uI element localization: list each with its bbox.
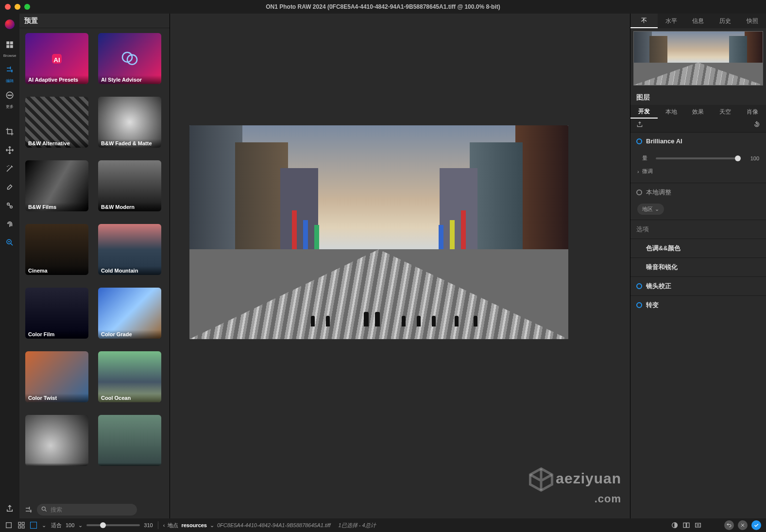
- edit-mode-button[interactable]: [3, 63, 17, 76]
- more-button[interactable]: [3, 88, 17, 102]
- fit-button[interactable]: 适合: [51, 522, 62, 529]
- crop-tool[interactable]: [3, 125, 17, 138]
- tab-nav[interactable]: 不: [630, 14, 658, 28]
- grid-view-icon[interactable]: [17, 521, 25, 529]
- preset-bw-modern[interactable]: B&W Modern: [98, 160, 161, 211]
- preset-color-grade[interactable]: Color Grade: [98, 288, 161, 339]
- preset-cinema[interactable]: Cinema: [25, 224, 88, 275]
- zoom-high: 310: [144, 522, 153, 528]
- fingerprint-tool[interactable]: [3, 217, 17, 231]
- tab-level[interactable]: 水平: [658, 14, 685, 28]
- svg-rect-22: [683, 523, 686, 527]
- svg-rect-17: [18, 522, 21, 525]
- toggle-ring-icon[interactable]: [636, 138, 642, 144]
- zoom-low: 100: [66, 522, 74, 528]
- svg-point-5: [8, 95, 9, 96]
- soft-proof-icon[interactable]: [694, 521, 702, 529]
- color-swatch[interactable]: [30, 522, 37, 529]
- chevron-down-icon[interactable]: ⌄: [210, 522, 214, 529]
- group-transform: 转变: [630, 295, 766, 314]
- preset-cold-mountain[interactable]: Cold Mountain: [98, 224, 161, 275]
- brilliance-header[interactable]: Brilliance AI: [630, 133, 766, 150]
- chevron-down-icon[interactable]: ⌄: [78, 522, 83, 529]
- preset-bw-alternative[interactable]: B&W Alternative: [25, 97, 88, 148]
- preset-ai-adaptive[interactable]: AIAI Adaptive Presets: [25, 33, 88, 84]
- canvas-area[interactable]: aeziyuan .com: [170, 14, 630, 518]
- path-folder[interactable]: resources: [181, 522, 207, 528]
- layers-title: 图层: [630, 88, 766, 105]
- browse-label: Browse: [3, 53, 17, 58]
- toggle-ring-icon[interactable]: [636, 302, 642, 308]
- search-tool[interactable]: [3, 236, 17, 249]
- preset-panel-header: 预置: [19, 14, 170, 28]
- preset-cool-ocean[interactable]: Cool Ocean: [98, 351, 161, 402]
- preset-item[interactable]: [25, 415, 88, 466]
- svg-rect-19: [18, 526, 21, 528]
- brush-tool[interactable]: [3, 180, 17, 194]
- preset-grid: AIAI Adaptive Presets AI Style Advisor B…: [19, 28, 170, 501]
- preset-color-twist[interactable]: Color Twist: [25, 351, 88, 402]
- clone-tool[interactable]: [3, 199, 17, 212]
- move-tool[interactable]: [3, 143, 17, 157]
- chevron-left-icon[interactable]: ‹: [163, 522, 165, 528]
- chevron-right-icon: ›: [637, 169, 639, 174]
- selection-count: 1已选择 - 4总计: [339, 522, 376, 529]
- apply-button[interactable]: [751, 520, 761, 530]
- svg-rect-16: [6, 523, 12, 528]
- tab-history[interactable]: 历史: [712, 14, 739, 28]
- svg-rect-3: [10, 45, 13, 48]
- reset-icon[interactable]: [753, 121, 760, 130]
- tab-portrait[interactable]: 肖像: [739, 105, 766, 119]
- single-view-icon[interactable]: [5, 521, 13, 529]
- preset-bw-films[interactable]: B&W Films: [25, 160, 88, 211]
- toggle-ring-icon[interactable]: [636, 283, 642, 289]
- brilliance-fine-tune[interactable]: › 微调: [637, 165, 759, 178]
- navigator-preview[interactable]: [630, 28, 766, 88]
- transform-header[interactable]: 转变: [630, 296, 766, 314]
- toggle-ring-icon[interactable]: [636, 189, 642, 195]
- brilliance-amount-slider[interactable]: 量 100: [637, 154, 759, 162]
- lens-header[interactable]: 镜头校正: [630, 277, 766, 295]
- edit-label: 编辑: [6, 78, 14, 84]
- zoom-control: 适合 100 ⌄ 310: [51, 522, 153, 529]
- tab-sky[interactable]: 天空: [712, 105, 739, 119]
- preset-item[interactable]: [98, 415, 161, 466]
- tone-color-header[interactable]: 色调&&颜色: [630, 239, 766, 257]
- breadcrumb: ‹ 地点 resources ⌄ 0FC8E5A4-4410-4842-94A1…: [163, 522, 376, 529]
- preset-search-input[interactable]: [37, 504, 137, 515]
- tab-effects[interactable]: 效果: [685, 105, 712, 119]
- share-button[interactable]: [3, 502, 17, 515]
- browse-mode-button[interactable]: [3, 38, 17, 51]
- region-chip[interactable]: 地区 ⌄: [637, 204, 664, 215]
- svg-rect-18: [22, 522, 24, 525]
- group-options: 选项: [630, 220, 766, 239]
- cancel-button[interactable]: [738, 520, 748, 530]
- wand-tool[interactable]: [3, 162, 17, 175]
- svg-rect-1: [10, 41, 13, 44]
- window-title: ON1 Photo RAW 2024 (0FC8E5A4-4410-4842-9…: [0, 3, 766, 10]
- app-logo: [3, 17, 17, 31]
- preset-panel: 预置 AIAI Adaptive Presets AI Style Adviso…: [19, 14, 170, 518]
- local-adjust-header[interactable]: 本地调整: [630, 183, 766, 202]
- tab-local[interactable]: 本地: [658, 105, 685, 119]
- zoom-slider[interactable]: [86, 524, 140, 526]
- tab-develop[interactable]: 开发: [630, 105, 658, 119]
- svg-point-6: [9, 95, 10, 96]
- preset-ai-style[interactable]: AI Style Advisor: [98, 33, 161, 84]
- options-header[interactable]: 选项: [630, 220, 766, 239]
- preview-toggle-icon[interactable]: [671, 521, 679, 529]
- slider-icon[interactable]: [24, 505, 33, 514]
- preset-bw-faded-matte[interactable]: B&W Faded & Matte: [98, 97, 161, 148]
- export-icon[interactable]: [636, 121, 643, 130]
- undo-button[interactable]: [724, 520, 734, 530]
- svg-rect-23: [687, 523, 689, 527]
- noise-sharp-header[interactable]: 噪音和锐化: [630, 258, 766, 276]
- group-local-adjust: 本地调整 地区 ⌄: [630, 183, 766, 220]
- chevron-down-icon: ⌄: [655, 206, 659, 212]
- tab-info[interactable]: 信息: [685, 14, 712, 28]
- titlebar: ON1 Photo RAW 2024 (0FC8E5A4-4410-4842-9…: [0, 0, 766, 14]
- chevron-down-icon[interactable]: ⌄: [42, 522, 46, 529]
- compare-icon[interactable]: [682, 521, 690, 529]
- preset-color-film[interactable]: Color Film: [25, 288, 88, 339]
- tab-snapshot[interactable]: 快照: [739, 14, 766, 28]
